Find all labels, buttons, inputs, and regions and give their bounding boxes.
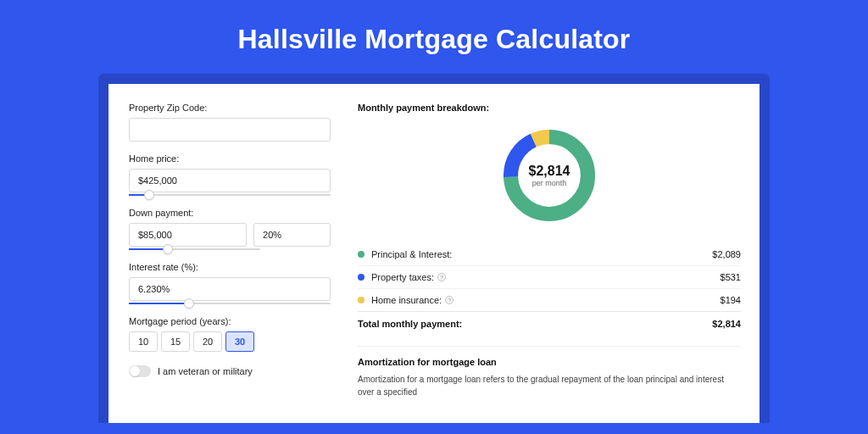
home-price-slider-handle[interactable] — [144, 190, 154, 200]
help-icon[interactable]: ? — [445, 296, 453, 304]
legend-value: $2,089 — [712, 249, 741, 259]
down-payment-group: Down payment: — [129, 208, 331, 250]
zip-label: Property Zip Code: — [129, 103, 331, 113]
period-group: Mortgage period (years): 10152030 — [129, 316, 331, 352]
legend-dot-icon — [358, 297, 364, 303]
zip-input[interactable] — [129, 118, 331, 142]
donut-sub: per month — [532, 179, 567, 187]
veteran-toggle-label: I am veteran or military — [158, 366, 253, 376]
home-price-slider[interactable] — [129, 194, 331, 196]
breakdown-title: Monthly payment breakdown: — [358, 103, 741, 113]
calculator-card: Property Zip Code: Home price: Down paym… — [108, 84, 760, 423]
veteran-toggle-knob — [130, 366, 140, 376]
period-buttons: 10152030 — [129, 331, 331, 352]
interest-input[interactable] — [129, 277, 331, 301]
veteran-toggle[interactable] — [129, 365, 151, 377]
amortization-title: Amortization for mortgage loan — [358, 357, 741, 367]
total-value: $2,814 — [712, 319, 741, 329]
veteran-row: I am veteran or military — [129, 365, 331, 377]
interest-slider-handle[interactable] — [184, 298, 194, 309]
down-payment-slider[interactable] — [129, 248, 260, 250]
zip-group: Property Zip Code: — [129, 103, 331, 142]
home-price-input[interactable] — [129, 169, 331, 192]
legend-label: Property taxes:? — [371, 272, 721, 282]
total-row: Total monthly payment: $2,814 — [358, 311, 741, 334]
page-title: Hallsville Mortgage Calculator — [237, 24, 630, 55]
legend-label-text: Home insurance: — [371, 295, 442, 305]
legend-value: $531 — [721, 272, 741, 282]
amortization-body: Amortization for a mortgage loan refers … — [358, 374, 741, 398]
donut-chart: $2,814 per month — [498, 125, 600, 226]
home-price-label: Home price: — [129, 153, 331, 164]
amortization-section: Amortization for mortgage loan Amortizat… — [358, 346, 741, 398]
form-panel: Property Zip Code: Home price: Down paym… — [108, 84, 346, 423]
down-payment-slider-handle[interactable] — [163, 244, 173, 254]
breakdown-panel: Monthly payment breakdown: $2,814 per mo… — [346, 84, 760, 423]
legend-label: Principal & Interest: — [371, 249, 712, 259]
legend-label: Home insurance:? — [371, 295, 721, 305]
down-payment-amount-input[interactable] — [129, 223, 247, 247]
total-label: Total monthly payment: — [358, 319, 712, 329]
legend-label-text: Principal & Interest: — [371, 249, 452, 259]
legend-row: Principal & Interest:$2,089 — [358, 243, 741, 266]
interest-label: Interest rate (%): — [129, 262, 331, 272]
legend-dot-icon — [358, 274, 364, 281]
period-button-20[interactable]: 20 — [193, 331, 222, 352]
legend-label-text: Property taxes: — [371, 272, 434, 282]
legend-row: Property taxes:?$531 — [358, 266, 741, 289]
help-icon[interactable]: ? — [437, 273, 446, 281]
down-payment-pct-input[interactable] — [253, 223, 331, 247]
period-label: Mortgage period (years): — [129, 316, 331, 326]
legend: Principal & Interest:$2,089Property taxe… — [358, 243, 741, 311]
legend-row: Home insurance:?$194 — [358, 289, 741, 311]
period-button-15[interactable]: 15 — [161, 331, 190, 352]
period-button-10[interactable]: 10 — [129, 331, 158, 352]
period-button-30[interactable]: 30 — [225, 331, 254, 352]
down-payment-label: Down payment: — [129, 208, 331, 218]
interest-slider[interactable] — [129, 303, 331, 304]
donut-center: $2,814 per month — [498, 125, 600, 226]
legend-value: $194 — [721, 295, 741, 305]
home-price-group: Home price: — [129, 153, 331, 196]
legend-dot-icon — [358, 251, 364, 258]
interest-slider-fill — [129, 303, 189, 304]
donut-amount: $2,814 — [529, 164, 570, 179]
interest-group: Interest rate (%): — [129, 262, 331, 304]
card-shadow: Property Zip Code: Home price: Down paym… — [98, 74, 770, 423]
